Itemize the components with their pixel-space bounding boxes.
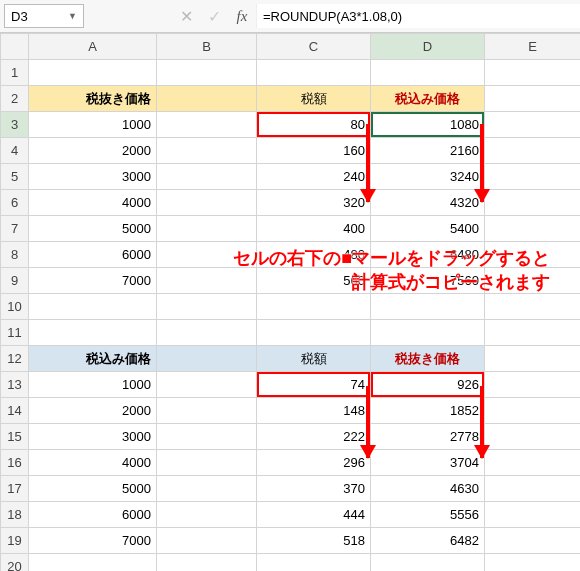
cell[interactable] — [157, 476, 257, 502]
cell[interactable]: 3000 — [29, 424, 157, 450]
row-header[interactable]: 12 — [1, 346, 29, 372]
cell[interactable] — [485, 372, 581, 398]
cell[interactable]: 4630 — [371, 476, 485, 502]
row-header[interactable]: 15 — [1, 424, 29, 450]
fx-icon[interactable]: fx — [228, 8, 256, 25]
cell[interactable] — [257, 320, 371, 346]
cell[interactable] — [485, 554, 581, 572]
cell[interactable] — [485, 138, 581, 164]
cell[interactable] — [29, 554, 157, 572]
header-cell[interactable]: 税額 — [257, 86, 371, 112]
cancel-icon[interactable]: ✕ — [172, 2, 200, 30]
cell[interactable]: 74 — [257, 372, 371, 398]
cell[interactable]: 148 — [257, 398, 371, 424]
cell[interactable] — [157, 554, 257, 572]
cell[interactable]: 2778 — [371, 424, 485, 450]
cell[interactable] — [371, 60, 485, 86]
cell[interactable]: 320 — [257, 190, 371, 216]
row-header[interactable]: 17 — [1, 476, 29, 502]
row-header[interactable]: 6 — [1, 190, 29, 216]
cell[interactable] — [29, 294, 157, 320]
cell[interactable]: 2160 — [371, 138, 485, 164]
row-header[interactable]: 16 — [1, 450, 29, 476]
cell[interactable] — [485, 164, 581, 190]
cell[interactable] — [157, 294, 257, 320]
row-header[interactable]: 20 — [1, 554, 29, 572]
cell[interactable]: 3704 — [371, 450, 485, 476]
cell[interactable] — [157, 138, 257, 164]
cell[interactable] — [485, 60, 581, 86]
row-header[interactable]: 8 — [1, 242, 29, 268]
row-header[interactable]: 9 — [1, 268, 29, 294]
cell[interactable]: 400 — [257, 216, 371, 242]
cell[interactable]: 444 — [257, 502, 371, 528]
cell[interactable] — [257, 554, 371, 572]
cell[interactable] — [157, 450, 257, 476]
formula-input[interactable] — [256, 4, 580, 28]
cell[interactable] — [485, 86, 581, 112]
row-header[interactable]: 3 — [1, 112, 29, 138]
cell[interactable]: 222 — [257, 424, 371, 450]
cell[interactable]: 2000 — [29, 138, 157, 164]
cell[interactable]: 6000 — [29, 502, 157, 528]
cell[interactable] — [157, 424, 257, 450]
row-header[interactable]: 13 — [1, 372, 29, 398]
cell[interactable]: 3240 — [371, 164, 485, 190]
cell[interactable]: 1000 — [29, 112, 157, 138]
header-cell[interactable]: 税込み価格 — [371, 86, 485, 112]
cell[interactable]: 5000 — [29, 216, 157, 242]
cell[interactable] — [485, 502, 581, 528]
cell[interactable]: 1000 — [29, 372, 157, 398]
header-cell[interactable]: 税込み価格 — [29, 346, 157, 372]
cell[interactable] — [29, 320, 157, 346]
cell[interactable] — [157, 372, 257, 398]
row-header[interactable]: 18 — [1, 502, 29, 528]
cell[interactable]: 4000 — [29, 190, 157, 216]
cell[interactable]: 3000 — [29, 164, 157, 190]
cell[interactable]: 5400 — [371, 216, 485, 242]
cell[interactable]: 518 — [257, 528, 371, 554]
row-header[interactable]: 5 — [1, 164, 29, 190]
cell[interactable] — [485, 112, 581, 138]
header-cell[interactable]: 税額 — [257, 346, 371, 372]
cell[interactable] — [157, 216, 257, 242]
row-header[interactable]: 19 — [1, 528, 29, 554]
corner-cell[interactable] — [1, 34, 29, 60]
cell[interactable] — [485, 320, 581, 346]
col-header-A[interactable]: A — [29, 34, 157, 60]
cell[interactable] — [157, 190, 257, 216]
row-header[interactable]: 11 — [1, 320, 29, 346]
col-header-D[interactable]: D — [371, 34, 485, 60]
cell[interactable] — [485, 190, 581, 216]
cell[interactable] — [485, 398, 581, 424]
cell[interactable] — [157, 60, 257, 86]
cell[interactable] — [29, 60, 157, 86]
cell[interactable]: 6482 — [371, 528, 485, 554]
cell[interactable] — [157, 346, 257, 372]
col-header-C[interactable]: C — [257, 34, 371, 60]
cell[interactable]: 4000 — [29, 450, 157, 476]
cell[interactable] — [157, 502, 257, 528]
cell[interactable] — [157, 320, 257, 346]
cell[interactable] — [485, 476, 581, 502]
cell[interactable]: 240 — [257, 164, 371, 190]
cell[interactable]: 80 — [257, 112, 371, 138]
name-box[interactable]: D3 ▼ — [4, 4, 84, 28]
cell[interactable] — [257, 60, 371, 86]
cell[interactable] — [485, 294, 581, 320]
cell[interactable] — [371, 554, 485, 572]
cell[interactable] — [157, 112, 257, 138]
row-header[interactable]: 4 — [1, 138, 29, 164]
cell[interactable] — [157, 86, 257, 112]
cell[interactable] — [157, 164, 257, 190]
cell[interactable] — [157, 528, 257, 554]
cell[interactable] — [485, 346, 581, 372]
row-header[interactable]: 7 — [1, 216, 29, 242]
cell[interactable] — [371, 320, 485, 346]
cell[interactable]: 5556 — [371, 502, 485, 528]
row-header[interactable]: 14 — [1, 398, 29, 424]
cell[interactable]: 160 — [257, 138, 371, 164]
cell[interactable]: 370 — [257, 476, 371, 502]
cell[interactable]: 4320 — [371, 190, 485, 216]
cell[interactable] — [157, 398, 257, 424]
